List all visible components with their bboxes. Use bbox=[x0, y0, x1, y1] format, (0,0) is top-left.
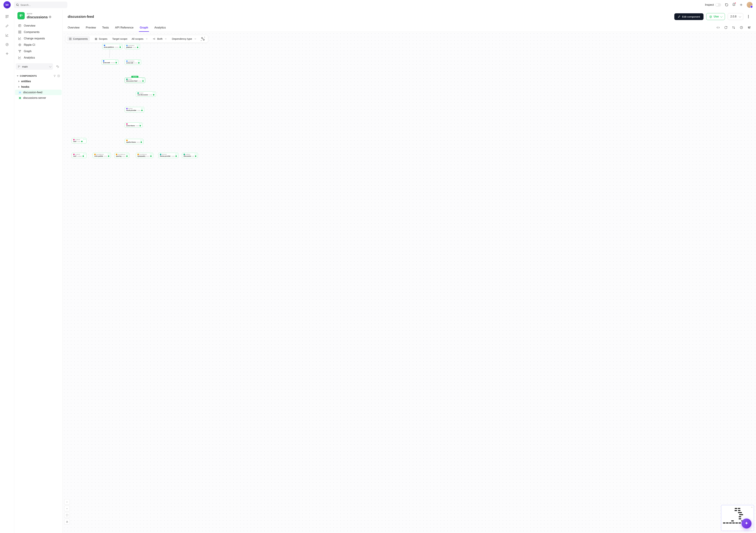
history-icon[interactable] bbox=[740, 26, 743, 29]
scope-nav: Overview Components Change requests Ripp… bbox=[14, 21, 62, 63]
undo-button[interactable] bbox=[54, 63, 61, 70]
rail-grid-icon[interactable] bbox=[5, 15, 9, 18]
filter-icon[interactable] bbox=[53, 74, 56, 77]
avatar[interactable] bbox=[747, 2, 753, 8]
add-component-icon[interactable] bbox=[57, 74, 60, 77]
graph-node[interactable]: acme-web 2.0.10 bbox=[101, 59, 119, 65]
tab-action-icons bbox=[716, 26, 751, 29]
svg-point-36 bbox=[154, 39, 155, 40]
rail-sparkle-icon[interactable] bbox=[5, 52, 9, 56]
nav-analytics[interactable]: Analytics bbox=[16, 54, 61, 61]
graph-node[interactable]: foundations/spacing 0.0.2 bbox=[114, 153, 129, 158]
nav-overview[interactable]: Overview bbox=[16, 22, 61, 29]
graph-node[interactable]: acme-theme 2.0.6 bbox=[125, 123, 143, 127]
compare-icon[interactable] bbox=[732, 26, 735, 29]
svg-rect-28 bbox=[70, 38, 71, 39]
graph-nodes-layer: acme-platform 2.0.11 examples/platform 0… bbox=[63, 32, 756, 533]
react-env-icon bbox=[18, 91, 21, 94]
zoom-out-button[interactable]: − bbox=[64, 506, 70, 511]
branch-icon bbox=[18, 65, 20, 68]
tab-overview[interactable]: Overview bbox=[68, 23, 80, 32]
tab-tests[interactable]: Tests bbox=[102, 23, 109, 32]
scope-header[interactable]: acme discussions bbox=[14, 10, 62, 21]
zoom-fit-button[interactable] bbox=[64, 512, 70, 518]
ai-assist-fab[interactable] bbox=[742, 519, 751, 528]
svg-point-37 bbox=[201, 37, 203, 39]
svg-rect-10 bbox=[20, 32, 21, 33]
reload-icon[interactable] bbox=[724, 26, 727, 29]
notifications-button[interactable] bbox=[732, 3, 736, 7]
version-selector[interactable]: 2.0.8 bbox=[728, 13, 743, 20]
graph-node[interactable]: acme-platform 2.0.11 bbox=[102, 44, 122, 49]
svg-point-21 bbox=[748, 16, 749, 17]
tree-leaf-discussion-feed[interactable]: discussion-feed bbox=[15, 90, 62, 95]
svg-point-15 bbox=[19, 52, 20, 52]
search-input[interactable] bbox=[20, 3, 65, 6]
tree-folder-hooks[interactable]: hooks bbox=[15, 84, 62, 90]
direction-dropdown[interactable]: Both bbox=[152, 37, 168, 40]
dependency-type-dropdown[interactable]: Dependency type bbox=[171, 37, 198, 40]
nav-components[interactable]: Components bbox=[16, 29, 61, 35]
svg-rect-9 bbox=[18, 32, 19, 33]
svg-rect-6 bbox=[19, 24, 21, 27]
component-tabs: Overview Preview Tests API Reference Gra… bbox=[63, 23, 756, 32]
target-scope-label: Target scope: bbox=[112, 37, 128, 40]
seg-scopes[interactable]: Scopes bbox=[93, 36, 109, 42]
graph-node[interactable]: hooks/use-discussion 2.0.8 bbox=[136, 91, 156, 97]
svg-point-17 bbox=[18, 67, 19, 68]
pencil-icon bbox=[678, 15, 681, 18]
tab-graph[interactable]: Graph bbox=[140, 23, 148, 32]
search-icon bbox=[16, 3, 19, 7]
graph-node[interactable]: sparks-theme 0.0.3 bbox=[125, 139, 144, 144]
inspect-toggle[interactable]: Inspect bbox=[705, 3, 721, 7]
refresh-icon[interactable] bbox=[725, 3, 728, 7]
zoom-lock-button[interactable] bbox=[64, 519, 70, 524]
nav-graph[interactable]: Graph bbox=[16, 48, 61, 54]
settings-icon[interactable] bbox=[747, 26, 751, 29]
edit-component-button[interactable]: Edit component bbox=[674, 13, 704, 20]
tab-api-reference[interactable]: API Reference bbox=[115, 23, 133, 32]
minimap-handle-icon[interactable]: ≡ bbox=[751, 506, 752, 508]
graph-node[interactable]: examples/platform 0.1.0 bbox=[125, 44, 140, 49]
graph-node[interactable]: entities/discussion 1.0 bbox=[182, 153, 198, 158]
nav-change-requests[interactable]: Change requests bbox=[16, 35, 61, 42]
components-section-header[interactable]: COMPONENTS bbox=[14, 72, 62, 79]
graph-settings-icon[interactable] bbox=[200, 36, 205, 42]
tab-preview[interactable]: Preview bbox=[86, 23, 96, 32]
svg-rect-3 bbox=[6, 17, 7, 18]
toggle-switch[interactable] bbox=[715, 3, 721, 7]
svg-point-38 bbox=[203, 39, 204, 41]
tab-analytics[interactable]: Analytics bbox=[154, 23, 166, 32]
icon-rail bbox=[0, 10, 14, 533]
brand-logo[interactable]: bit bbox=[3, 1, 11, 9]
svg-point-12 bbox=[19, 44, 21, 46]
graph-node[interactable]: foundations/typography 0.0.2 bbox=[136, 153, 153, 158]
graph-canvas[interactable]: Components Scopes Target scope: All scop… bbox=[63, 32, 756, 533]
top-right-actions: Inspect bbox=[705, 2, 753, 8]
plus-icon[interactable] bbox=[740, 3, 743, 7]
search-container[interactable] bbox=[14, 2, 68, 8]
tree-leaf-discussions-server[interactable]: discussions-server bbox=[15, 95, 62, 101]
svg-point-16 bbox=[18, 66, 19, 66]
graph-node[interactable]: examples/acme-web 0.1.0 bbox=[125, 59, 141, 65]
rail-compass-icon[interactable] bbox=[5, 43, 9, 46]
rail-edit-icon[interactable] bbox=[5, 24, 9, 28]
page-title: discussion-feed bbox=[68, 15, 94, 19]
code-icon[interactable] bbox=[716, 26, 720, 29]
graph-node[interactable]: themes/theme-provider 1.0.0 bbox=[158, 153, 178, 158]
graph-node[interactable]: feeds/discussion-feed 2.0.8 bbox=[125, 77, 145, 83]
graph-node[interactable]: testing/mock-provider 1.0.8 bbox=[125, 107, 144, 112]
graph-node[interactable]: content/card 1.0.6 bbox=[72, 138, 87, 143]
graph-node[interactable]: content/card c1e64d bbox=[72, 153, 87, 158]
seg-components[interactable]: Components bbox=[67, 36, 90, 42]
rail-pulse-icon[interactable] bbox=[5, 34, 9, 37]
use-button[interactable]: Use bbox=[706, 13, 725, 20]
svg-rect-8 bbox=[20, 31, 21, 32]
target-scope-dropdown[interactable]: All scopes bbox=[130, 37, 149, 40]
nav-ripple-ci[interactable]: Ripple CI bbox=[16, 42, 61, 48]
tree-folder-entities[interactable]: entities bbox=[15, 79, 62, 84]
zoom-collapse-button[interactable] bbox=[64, 499, 70, 505]
branch-selector[interactable]: main bbox=[16, 63, 53, 70]
graph-node[interactable]: foundations/color-palette 0.0.3 bbox=[93, 153, 111, 158]
more-menu-button[interactable] bbox=[746, 13, 751, 20]
